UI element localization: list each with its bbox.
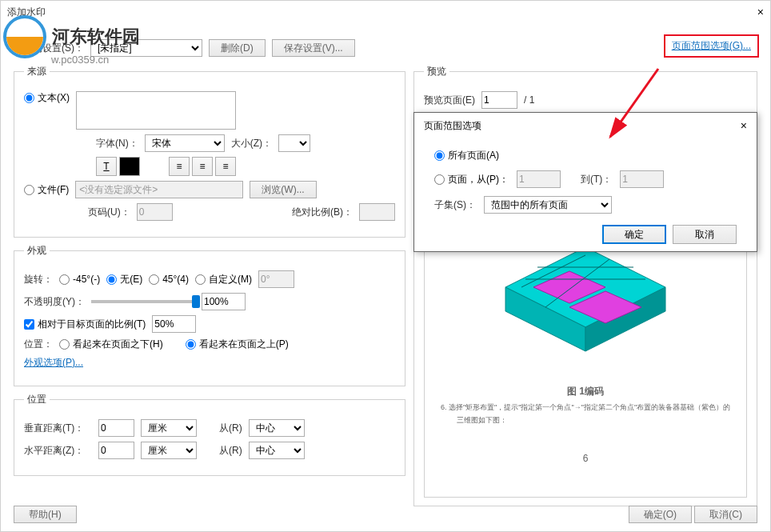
subset-combo[interactable]: 范围中的所有页面	[484, 196, 612, 214]
vfrom-label: 从(R)	[219, 422, 242, 435]
to-label: 到(T)：	[581, 173, 612, 186]
preview-3d-model	[489, 239, 681, 367]
page-num-label: 页码(U)：	[88, 206, 130, 219]
text-input[interactable]	[76, 91, 236, 130]
watermark-dialog: 添加水印 × 河东软件园 w.pc0359.cn 保存的设置(S)： [未指定]…	[0, 0, 771, 532]
position-label: 位置：	[24, 338, 53, 351]
help-button[interactable]: 帮助(H)	[14, 506, 77, 523]
appearance-options-link[interactable]: 外观选项(P)...	[24, 356, 83, 370]
behind-radio[interactable]: 看起来在页面之下(H)	[59, 338, 163, 351]
delete-button[interactable]: 删除(D)	[209, 39, 266, 57]
logo-url: w.pc0359.cn	[51, 54, 109, 66]
page-num-spinner[interactable]: 0	[137, 203, 173, 221]
rot-none-radio[interactable]: 无(E)	[106, 273, 142, 286]
logo-watermark: 河东软件园 w.pc0359.cn	[3, 15, 140, 58]
rot-custom-radio[interactable]: 自定义(M)	[195, 273, 252, 286]
rot-custom-spinner[interactable]: 0°	[258, 270, 294, 288]
file-path-input[interactable]	[75, 181, 243, 198]
hfrom-combo[interactable]: 中心	[249, 442, 305, 459]
preview-page-spinner[interactable]: 1	[481, 91, 517, 109]
appearance-fieldset: 外观 旋转： -45°(-) 无(E) 45°(4) 自定义(M) 0° 不透明…	[14, 244, 405, 386]
source-fieldset: 来源 文本(X) 字体(N)： 宋体 大小(Z)：	[14, 65, 405, 238]
position-legend: 位置	[24, 393, 50, 406]
hfrom-label: 从(R)	[219, 444, 242, 458]
preview-page-label: 预览页面(E)	[424, 94, 475, 107]
logo-text: 河东软件园	[52, 25, 140, 49]
size-combo[interactable]	[278, 134, 310, 152]
footer: 帮助(H) 确定(O) 取消(C)	[14, 506, 757, 523]
preview-caption-block: 图 1编码 6. 选择"矩形布置"，提示"指定第一个角点"→"指定第二个角点"布…	[441, 383, 730, 468]
abs-scale-label: 绝对比例(B)：	[292, 206, 353, 219]
align-right-icon[interactable]: ≡	[215, 157, 236, 176]
opacity-label: 不透明度(Y)：	[24, 295, 85, 309]
page-range-link[interactable]: 页面范围选项(G)...	[672, 40, 751, 51]
highlighted-link-box: 页面范围选项(G)...	[664, 34, 759, 58]
preview-desc1: 6. 选择"矩形布置"，提示"指定第一个角点"→"指定第二个角点"布置的装备器基…	[441, 401, 730, 414]
preview-pagenum: 6	[441, 450, 730, 468]
logo-icon	[3, 15, 46, 58]
appearance-legend: 外观	[24, 244, 50, 258]
font-combo[interactable]: 宋体	[145, 134, 225, 152]
slider-thumb[interactable]	[192, 295, 200, 308]
hdist-label: 水平距离(Z)：	[24, 444, 92, 458]
underline-icon[interactable]: T	[96, 157, 117, 176]
hdist-unit-combo[interactable]: 厘米	[141, 442, 197, 459]
vdist-spinner[interactable]: 0	[98, 419, 134, 437]
popup-body: 所有页面(A) 页面，从(P)： 1 到(T)： 1 子集(S)： 范围中的所有…	[414, 139, 757, 252]
size-label: 大小(Z)：	[231, 137, 272, 150]
relative-scale-spinner[interactable]: 50%	[152, 315, 196, 333]
to-spinner[interactable]: 1	[620, 170, 664, 188]
text-style-group: T	[96, 157, 140, 176]
popup-titlebar: 页面范围选项 ×	[414, 113, 757, 139]
cancel-button[interactable]: 取消(C)	[694, 506, 757, 523]
browse-button[interactable]: 浏览(W)...	[250, 181, 316, 198]
save-settings-button[interactable]: 保存设置(V)...	[272, 39, 355, 57]
left-column: 来源 文本(X) 字体(N)： 宋体 大小(Z)：	[14, 65, 405, 506]
opacity-spinner[interactable]: 100%	[202, 293, 246, 310]
from-spinner[interactable]: 1	[517, 170, 561, 188]
opacity-slider[interactable]	[91, 300, 195, 303]
subset-label: 子集(S)：	[434, 198, 476, 212]
preview-legend: 预览	[424, 65, 449, 78]
text-radio[interactable]: 文本(X)	[24, 91, 70, 105]
pages-from-radio[interactable]: 页面，从(P)：	[434, 173, 509, 186]
preview-page-total: / 1	[524, 94, 534, 106]
rot-45-radio[interactable]: 45°(4)	[149, 274, 189, 285]
color-picker-icon[interactable]	[119, 157, 140, 176]
align-group: ≡ ≡ ≡	[169, 157, 236, 176]
font-label: 字体(N)：	[96, 137, 138, 150]
popup-cancel-button[interactable]: 取消	[673, 225, 737, 244]
abs-scale-spinner[interactable]	[359, 203, 395, 221]
source-legend: 来源	[24, 65, 50, 78]
preview-desc2: 三维图如下图：	[457, 414, 730, 426]
above-radio[interactable]: 看起来在页面之上(P)	[186, 338, 289, 351]
rotation-label: 旋转：	[24, 273, 53, 286]
page-range-popup: 页面范围选项 × 所有页面(A) 页面，从(P)： 1 到(T)： 1 子集(S…	[413, 112, 757, 252]
position-fieldset: 位置 垂直距离(T)： 0 厘米 从(R) 中心 水平距离(Z)： 0 厘米 从…	[14, 393, 405, 476]
relative-scale-check[interactable]: 相对于目标页面的比例(T)	[24, 318, 146, 331]
popup-title-text: 页面范围选项	[424, 119, 481, 133]
align-left-icon[interactable]: ≡	[169, 157, 190, 176]
hdist-spinner[interactable]: 0	[98, 442, 134, 459]
vfrom-combo[interactable]: 中心	[249, 419, 305, 437]
popup-close-icon[interactable]: ×	[741, 119, 747, 133]
vdist-unit-combo[interactable]: 厘米	[141, 419, 197, 437]
popup-ok-button[interactable]: 确定	[602, 225, 666, 244]
vdist-label: 垂直距离(T)：	[24, 422, 92, 435]
rot-neg45-radio[interactable]: -45°(-)	[59, 274, 100, 285]
preview-caption: 图 1编码	[441, 383, 730, 401]
close-icon[interactable]: ×	[757, 6, 764, 18]
ok-button[interactable]: 确定(O)	[629, 506, 692, 523]
file-radio[interactable]: 文件(F)	[24, 183, 69, 197]
align-center-icon[interactable]: ≡	[192, 157, 213, 176]
all-pages-radio[interactable]: 所有页面(A)	[434, 149, 499, 162]
